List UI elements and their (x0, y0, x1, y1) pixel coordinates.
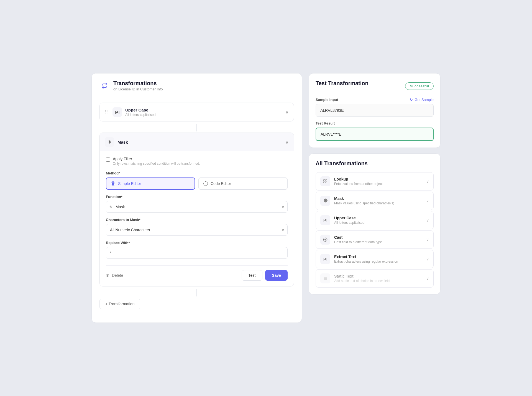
sample-input-value: ALRVL8793E (316, 104, 434, 117)
upper-case-card-header[interactable]: ⠿ |A| Upper Case All letters capitalised… (100, 103, 294, 121)
trans-item-extract-text[interactable]: |A| Extract Text Extract characters usin… (316, 250, 434, 268)
upper-case-card: ⠿ |A| Upper Case All letters capitalised… (99, 103, 294, 121)
trans-item-chevron-icon-cast: ∨ (426, 237, 429, 242)
trans-item-icon-cast (320, 235, 330, 245)
trans-item-left-extract-text: |A| Extract Text Extract characters usin… (320, 254, 398, 264)
apply-filter-checkbox[interactable] (106, 158, 110, 162)
upper-case-card-info: Upper Case All letters capitalised (125, 108, 155, 117)
trans-item-title-mask: Mask (334, 196, 394, 201)
save-button[interactable]: Save (265, 270, 288, 281)
trans-item-left-static-text: Static Text Add static text of choice in… (320, 273, 390, 283)
function-select-wrapper: ✳ Mask ∨ (106, 201, 288, 213)
chars-to-mask-select-wrapper: All Numeric Characters ∨ (106, 224, 288, 236)
trans-item-upper-case[interactable]: |A| Upper Case All letters capitalised ∨ (316, 211, 434, 229)
code-editor-label: Code Editor (211, 181, 231, 186)
refresh-icon: ↻ (410, 98, 413, 102)
mask-card-title: Mask (117, 140, 128, 144)
mask-chevron-icon[interactable]: ∧ (285, 139, 289, 145)
trans-item-icon-static-text (320, 273, 330, 283)
mask-card: ✳ Mask ∧ Apply Filter Only rows matching… (99, 133, 294, 286)
trans-item-title-lookup: Lookup (334, 177, 383, 181)
simple-editor-radio[interactable] (111, 181, 115, 186)
test-result-value: ALRVL****E (316, 128, 434, 141)
simple-editor-option[interactable]: Simple Editor (106, 177, 195, 190)
left-panel: Transformations on License ID in Custome… (91, 73, 302, 323)
trash-icon: 🗑 (106, 273, 110, 278)
code-editor-radio[interactable] (203, 181, 208, 186)
all-transformations-panel: All Transformations Lookup Fetch values … (309, 153, 441, 295)
trans-item-subtitle-static-text: Add static text of choice in a new field (334, 279, 390, 283)
chars-to-mask-label: Characters to Mask* (106, 218, 288, 222)
test-transformation-panel: Test Transformation Successful Sample In… (309, 73, 441, 148)
connector-line-2 (196, 289, 197, 296)
replace-with-section: Replace With* (106, 241, 288, 259)
test-button[interactable]: Test (242, 270, 263, 281)
action-buttons: Test Save (242, 270, 288, 281)
panel-header-text: Transformations on License ID in Custome… (113, 80, 163, 91)
mask-card-info: Mask (117, 140, 128, 144)
panel-header: Transformations on License ID in Custome… (92, 73, 302, 97)
trans-item-left-upper-case: |A| Upper Case All letters capitalised (320, 215, 364, 225)
delete-label: Delete (112, 273, 123, 278)
delete-button[interactable]: 🗑 Delete (106, 273, 123, 278)
trans-item-static-text[interactable]: Static Text Add static text of choice in… (316, 269, 434, 288)
svg-rect-1 (326, 180, 327, 181)
trans-item-lookup[interactable]: Lookup Fetch values from another object … (316, 172, 434, 191)
simple-editor-label: Simple Editor (118, 181, 141, 186)
replace-with-input[interactable] (106, 247, 288, 259)
panel-content: ⠿ |A| Upper Case All letters capitalised… (92, 97, 302, 315)
code-editor-option[interactable]: Code Editor (198, 177, 288, 190)
function-select-icon: ✳ (109, 205, 112, 209)
panel-subtitle: on License ID in Customer Info (113, 87, 163, 91)
filter-text: Apply Filter Only rows matching specifie… (113, 157, 200, 166)
upper-case-card-subtitle: All letters capitalised (125, 113, 155, 117)
mask-actions: 🗑 Delete Test Save (106, 265, 288, 281)
trans-item-subtitle-extract-text: Extract characters using regular express… (334, 260, 398, 263)
upper-case-card-left: ⠿ |A| Upper Case All letters capitalised (105, 107, 155, 117)
filter-label: Apply Filter (113, 157, 200, 161)
trans-item-chevron-icon-lookup: ∨ (426, 179, 429, 184)
function-select[interactable]: Mask (106, 201, 288, 213)
trans-item-mask[interactable]: ✳ Mask Mask values using specified chara… (316, 192, 434, 210)
trans-item-left-mask: ✳ Mask Mask values using specified chara… (320, 196, 394, 206)
replace-with-label: Replace With* (106, 241, 288, 245)
transformations-icon (99, 81, 109, 91)
trans-item-text-mask: Mask Mask values using specified charact… (334, 196, 394, 205)
test-panel-title: Test Transformation (316, 80, 369, 87)
status-badge: Successful (405, 82, 434, 90)
trans-item-chevron-icon-upper-case: ∨ (426, 218, 429, 222)
svg-rect-3 (326, 182, 327, 183)
right-panels: Test Transformation Successful Sample In… (309, 73, 441, 323)
connector-line-1 (196, 124, 197, 131)
svg-rect-2 (324, 182, 325, 183)
method-section: Method* Simple Editor Code Editor (106, 171, 288, 190)
upper-case-card-title: Upper Case (125, 108, 155, 112)
get-sample-label: Get Sample (415, 98, 434, 102)
method-label: Method* (106, 171, 288, 175)
upper-case-func-icon: |A| (112, 107, 122, 117)
chars-to-mask-select[interactable]: All Numeric Characters (106, 224, 288, 236)
mask-card-header[interactable]: ✳ Mask ∧ (100, 133, 294, 151)
trans-item-icon-extract-text: |A| (320, 254, 330, 264)
add-transformation-button[interactable]: + Transformation (99, 299, 140, 309)
trans-item-title-static-text: Static Text (334, 274, 390, 278)
upper-case-chevron-icon[interactable]: ∨ (285, 110, 289, 115)
all-transformations-title: All Transformations (316, 160, 434, 167)
trans-item-subtitle-lookup: Fetch values from another object (334, 182, 383, 186)
trans-item-chevron-icon-static-text: ∨ (426, 276, 429, 281)
trans-item-title-cast: Cast (334, 235, 382, 240)
trans-item-icon-mask: ✳ (320, 196, 330, 206)
trans-item-text-upper-case: Upper Case All letters capitalised (334, 216, 364, 225)
get-sample-button[interactable]: ↻ Get Sample (410, 98, 434, 102)
trans-item-cast[interactable]: Cast Cast field to a different data type… (316, 230, 434, 249)
trans-item-text-cast: Cast Cast field to a different data type (334, 235, 382, 244)
main-container: Transformations on License ID in Custome… (91, 73, 441, 323)
drag-handle-icon[interactable]: ⠿ (105, 110, 108, 115)
trans-item-icon-lookup (320, 176, 330, 186)
mask-body: Apply Filter Only rows matching specifie… (100, 151, 294, 286)
mask-func-icon: ✳ (105, 137, 114, 147)
filter-row: Apply Filter Only rows matching specifie… (106, 157, 288, 166)
sample-input-label: Sample Input (316, 98, 338, 102)
trans-item-chevron-icon-mask: ∨ (426, 199, 429, 203)
test-result-label: Test Result (316, 121, 434, 125)
